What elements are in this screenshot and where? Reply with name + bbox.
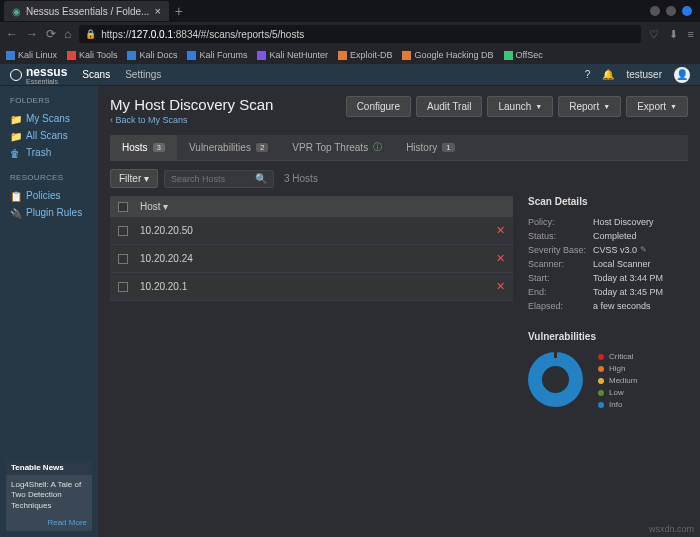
search-icon[interactable]: 🔍 xyxy=(255,173,267,184)
sidebar-item-policies[interactable]: 📋Policies xyxy=(10,187,88,204)
table-row[interactable]: 10.20.20.50 ✕ xyxy=(110,217,513,245)
severity-label: Severity Base: xyxy=(528,245,593,255)
minimize-button[interactable] xyxy=(650,6,660,16)
legend-info[interactable]: Info xyxy=(598,400,637,409)
bookmark-exploit-db[interactable]: Exploit-DB xyxy=(338,50,393,60)
tab-history[interactable]: History1 xyxy=(394,135,467,160)
download-icon[interactable]: ⬇ xyxy=(669,28,678,41)
user-avatar[interactable]: 👤 xyxy=(674,67,690,83)
export-button[interactable]: Export▼ xyxy=(626,96,688,117)
bookmark-offsec[interactable]: OffSec xyxy=(504,50,543,60)
logo-icon xyxy=(10,69,22,81)
scanner-label: Scanner: xyxy=(528,259,593,269)
table-row[interactable]: 10.20.20.24 ✕ xyxy=(110,245,513,273)
tab-favicon: ◉ xyxy=(12,6,21,17)
forward-icon[interactable]: → xyxy=(26,27,38,41)
bookmark-kali-linux[interactable]: Kali Linux xyxy=(6,50,57,60)
end-value: Today at 3:45 PM xyxy=(593,287,663,297)
report-button[interactable]: Report▼ xyxy=(558,96,621,117)
back-link[interactable]: ‹ Back to My Scans xyxy=(110,115,273,125)
delete-icon[interactable]: ✕ xyxy=(496,280,505,293)
start-label: Start: xyxy=(528,273,593,283)
reload-icon[interactable]: ⟳ xyxy=(46,27,56,41)
audit-trail-button[interactable]: Audit Trail xyxy=(416,96,482,117)
tenable-news-panel: Tenable News Log4Shell: A Tale of Two De… xyxy=(6,460,92,531)
bookmark-kali-docs[interactable]: Kali Docs xyxy=(127,50,177,60)
host-cell: 10.20.20.50 xyxy=(140,225,496,236)
news-heading: Tenable News xyxy=(6,460,92,475)
delete-icon[interactable]: ✕ xyxy=(496,252,505,265)
nav-settings[interactable]: Settings xyxy=(125,69,161,80)
launch-button[interactable]: Launch▼ xyxy=(487,96,553,117)
menu-icon[interactable]: ≡ xyxy=(688,28,694,41)
username-label[interactable]: testuser xyxy=(626,69,662,80)
host-cell: 10.20.20.1 xyxy=(140,281,496,292)
delete-icon[interactable]: ✕ xyxy=(496,224,505,237)
search-box[interactable]: 🔍 xyxy=(164,170,274,188)
help-icon[interactable]: ? xyxy=(585,69,591,80)
start-value: Today at 3:44 PM xyxy=(593,273,663,283)
tab-hosts[interactable]: Hosts3 xyxy=(110,135,177,160)
url-text: https://127.0.0.1:8834/#/scans/reports/5… xyxy=(101,29,304,40)
configure-button[interactable]: Configure xyxy=(346,96,411,117)
column-host[interactable]: Host ▾ xyxy=(140,201,168,212)
host-count: 3 Hosts xyxy=(284,173,318,184)
bookmark-kali-nethunter[interactable]: Kali NetHunter xyxy=(257,50,328,60)
chevron-down-icon: ▼ xyxy=(603,103,610,110)
host-cell: 10.20.20.24 xyxy=(140,253,496,264)
window-close-button[interactable] xyxy=(682,6,692,16)
row-checkbox[interactable] xyxy=(118,226,128,236)
tab-title: Nessus Essentials / Folde... xyxy=(26,6,149,17)
elapsed-label: Elapsed: xyxy=(528,301,593,311)
browser-tab[interactable]: ◉ Nessus Essentials / Folde... × xyxy=(4,1,169,21)
policy-label: Policy: xyxy=(528,217,593,227)
row-checkbox[interactable] xyxy=(118,282,128,292)
legend-medium[interactable]: Medium xyxy=(598,376,637,385)
tab-vulnerabilities[interactable]: Vulnerabilities2 xyxy=(177,135,280,160)
browser-tab-bar: ◉ Nessus Essentials / Folde... × + xyxy=(0,0,700,22)
bookmark-google-hacking-db[interactable]: Google Hacking DB xyxy=(402,50,493,60)
status-value: Completed xyxy=(593,231,637,241)
news-read-more[interactable]: Read More xyxy=(6,516,92,531)
nessus-logo[interactable]: nessus Essentials xyxy=(10,65,67,85)
legend-low[interactable]: Low xyxy=(598,388,637,397)
bookmarks-bar: Kali Linux Kali Tools Kali Docs Kali For… xyxy=(0,46,700,64)
policy-value: Host Discovery xyxy=(593,217,654,227)
legend-critical[interactable]: Critical xyxy=(598,352,637,361)
folders-heading: FOLDERS xyxy=(10,96,88,105)
app-header: nessus Essentials Scans Settings ? 🔔 tes… xyxy=(0,64,700,86)
shield-icon[interactable]: ♡ xyxy=(649,28,659,41)
tab-vpr-top-threats[interactable]: VPR Top Threatsⓘ xyxy=(280,135,394,160)
bookmark-kali-tools[interactable]: Kali Tools xyxy=(67,50,117,60)
nav-scans[interactable]: Scans xyxy=(82,69,110,80)
sidebar-item-trash[interactable]: 🗑Trash xyxy=(10,144,88,161)
content-area: My Host Discovery Scan ‹ Back to My Scan… xyxy=(98,86,700,537)
bookmark-kali-forums[interactable]: Kali Forums xyxy=(187,50,247,60)
notifications-icon[interactable]: 🔔 xyxy=(602,69,614,80)
filter-button[interactable]: Filter ▾ xyxy=(110,169,158,188)
hosts-table: Host ▾ 10.20.20.50 ✕ 10.20.20.24 ✕ 10.20… xyxy=(110,196,513,527)
select-all-checkbox[interactable] xyxy=(118,202,128,212)
table-row[interactable]: 10.20.20.1 ✕ xyxy=(110,273,513,301)
edit-icon[interactable]: ✎ xyxy=(640,245,647,255)
status-label: Status: xyxy=(528,231,593,241)
news-title: Log4Shell: A Tale of Two Detection Techn… xyxy=(6,475,92,516)
chevron-down-icon: ▼ xyxy=(535,103,542,110)
scan-details-pane: Scan Details Policy:Host Discovery Statu… xyxy=(528,196,688,527)
row-checkbox[interactable] xyxy=(118,254,128,264)
vulnerability-donut-chart[interactable] xyxy=(528,352,583,407)
sidebar-item-plugin-rules[interactable]: 🔌Plugin Rules xyxy=(10,204,88,221)
scan-tabs: Hosts3 Vulnerabilities2 VPR Top Threatsⓘ… xyxy=(110,135,688,161)
details-heading: Scan Details xyxy=(528,196,688,207)
new-tab-button[interactable]: + xyxy=(175,3,183,19)
search-input[interactable] xyxy=(171,174,255,184)
sidebar-item-all-scans[interactable]: 📁All Scans xyxy=(10,127,88,144)
lock-icon: 🔒 xyxy=(85,29,96,39)
home-icon[interactable]: ⌂ xyxy=(64,27,71,41)
legend-high[interactable]: High xyxy=(598,364,637,373)
url-bar[interactable]: 🔒 https://127.0.0.1:8834/#/scans/reports… xyxy=(79,25,640,43)
back-icon[interactable]: ← xyxy=(6,27,18,41)
close-icon[interactable]: × xyxy=(154,5,160,17)
maximize-button[interactable] xyxy=(666,6,676,16)
sidebar-item-my-scans[interactable]: 📁My Scans xyxy=(10,110,88,127)
